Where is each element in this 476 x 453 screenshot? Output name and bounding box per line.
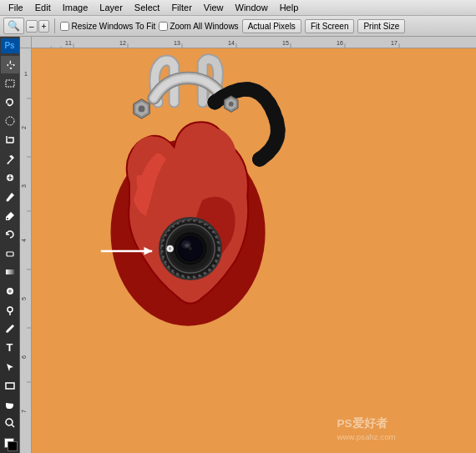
menu-edit[interactable]: Edit [30, 2, 56, 13]
svg-rect-12 [32, 37, 476, 48]
pipe-fitting-left [134, 99, 149, 118]
svg-rect-10 [6, 383, 14, 389]
svg-text:11: 11 [65, 40, 72, 46]
svg-text:4: 4 [21, 239, 27, 242]
tool-lasso[interactable] [1, 93, 19, 112]
svg-point-51 [229, 102, 234, 107]
svg-text:3: 3 [21, 184, 27, 188]
zoom-out-btn[interactable]: 🔍 [3, 18, 24, 34]
menu-image[interactable]: Image [58, 2, 94, 13]
menu-layer[interactable]: Layer [94, 2, 128, 13]
svg-rect-6 [6, 269, 14, 274]
tool-healing[interactable] [1, 169, 19, 187]
ruler-vertical: 1 2 3 4 5 6 7 [20, 48, 32, 453]
svg-text:16: 16 [337, 40, 343, 46]
toolbar-divider-1 [54, 18, 55, 33]
tool-text[interactable]: T [1, 339, 19, 357]
svg-text:17: 17 [391, 40, 398, 46]
svg-text:6: 6 [21, 355, 27, 359]
svg-point-4 [7, 218, 8, 219]
svg-text:12: 12 [119, 40, 126, 46]
ruler-corner [20, 37, 32, 48]
tool-zoom[interactable] [1, 415, 19, 433]
svg-text:2: 2 [21, 126, 27, 129]
fit-screen-btn[interactable]: Fit Screen [305, 19, 355, 33]
tool-dodge[interactable] [1, 301, 19, 320]
tools-panel: Ps [0, 37, 20, 453]
tool-move[interactable] [1, 56, 19, 74]
svg-text:13: 13 [174, 40, 180, 46]
svg-text:7: 7 [21, 410, 27, 413]
tool-gradient[interactable] [1, 264, 19, 282]
tool-marquee[interactable] [1, 74, 19, 93]
tool-clone-stamp[interactable] [1, 207, 19, 225]
document-canvas[interactable]: PS爱好者 www.psahz.com [32, 48, 476, 453]
zoom-plus-btn[interactable]: + [38, 20, 50, 33]
tool-hand[interactable] [1, 395, 19, 414]
svg-point-11 [6, 419, 13, 425]
zoom-minus-btn[interactable]: – [26, 20, 38, 33]
actual-pixels-btn[interactable]: Actual Pixels [242, 19, 301, 33]
svg-point-48 [139, 106, 145, 113]
zoom-all-label: Zoom All Windows [170, 22, 238, 31]
menu-bar: File Edit Image Layer Select Filter View… [0, 0, 476, 16]
camera-lens [160, 218, 221, 279]
svg-rect-5 [7, 252, 13, 256]
svg-point-9 [8, 307, 13, 312]
menu-file[interactable]: File [3, 2, 28, 13]
zoom-all-checkbox[interactable] [159, 22, 168, 31]
options-bar: 🔍 – + Resize Windows To Fit Zoom All Win… [0, 16, 476, 37]
menu-filter[interactable]: Filter [166, 2, 196, 13]
zoom-all-check-label[interactable]: Zoom All Windows [159, 22, 238, 31]
tool-brush[interactable] [1, 188, 19, 206]
svg-text:5: 5 [21, 297, 27, 300]
canvas-area[interactable]: 11 12 13 14 15 16 17 [20, 37, 476, 453]
main-area: Ps [0, 37, 476, 453]
resize-windows-checkbox[interactable] [60, 22, 69, 31]
svg-point-64 [189, 247, 192, 250]
tool-eraser[interactable] [1, 244, 19, 263]
tool-blur[interactable] [1, 282, 19, 300]
tool-shape[interactable] [1, 376, 19, 395]
tool-history-brush[interactable] [1, 225, 19, 244]
tool-quick-select[interactable] [1, 113, 19, 131]
ruler-horizontal: 11 12 13 14 15 16 17 [32, 37, 476, 48]
svg-text:1: 1 [24, 71, 28, 77]
svg-point-3 [6, 199, 8, 201]
svg-rect-0 [6, 80, 14, 87]
tool-pen[interactable] [1, 320, 19, 338]
tool-path-select[interactable] [1, 358, 19, 376]
watermark-url: www.psahz.com [336, 432, 395, 441]
svg-point-66 [169, 247, 172, 250]
menu-help[interactable]: Help [275, 2, 304, 13]
svg-point-63 [185, 244, 190, 248]
resize-windows-label: Resize Windows To Fit [71, 22, 155, 31]
tool-eyedropper[interactable] [1, 150, 19, 169]
pipe-fitting-right [224, 96, 238, 112]
svg-rect-31 [20, 48, 32, 453]
menu-window[interactable]: Window [230, 2, 273, 13]
svg-point-8 [8, 289, 12, 293]
ps-logo: Ps [1, 38, 19, 53]
print-size-btn[interactable]: Print Size [357, 19, 405, 33]
menu-view[interactable]: View [199, 2, 229, 13]
svg-text:14: 14 [228, 40, 235, 46]
watermark-text: PS爱好者 [337, 416, 387, 430]
tool-crop[interactable] [1, 131, 19, 149]
text-tool-icon: T [7, 341, 13, 354]
svg-point-1 [6, 117, 14, 125]
resize-windows-check-label[interactable]: Resize Windows To Fit [60, 22, 155, 31]
foreground-color-swatch[interactable] [1, 436, 19, 451]
svg-text:15: 15 [282, 40, 289, 46]
menu-select[interactable]: Select [129, 2, 165, 13]
